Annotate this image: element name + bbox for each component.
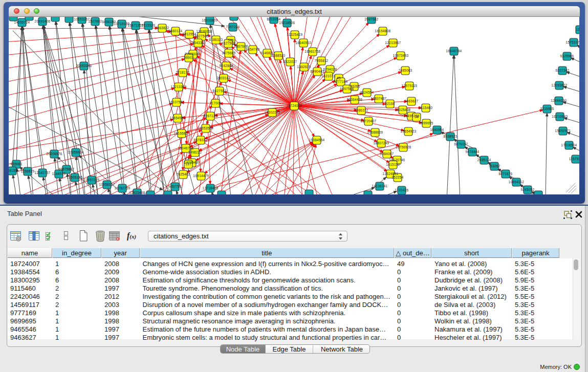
svg-text:17957225: 17957225	[84, 178, 100, 182]
svg-text:13524851: 13524851	[383, 172, 399, 176]
svg-text:18807249: 18807249	[374, 141, 389, 145]
svg-text:99975867: 99975867	[59, 167, 75, 171]
svg-text:8878332: 8878332	[194, 138, 208, 142]
svg-text:3875685: 3875685	[222, 51, 236, 55]
svg-text:19166827: 19166827	[174, 132, 190, 135]
svg-text:1527602: 1527602	[89, 19, 102, 23]
svg-text:12923468: 12923468	[129, 191, 145, 194]
svg-text:2087682: 2087682	[365, 17, 379, 21]
svg-text:12505185: 12505185	[67, 176, 83, 179]
svg-text:19756928: 19756928	[396, 145, 411, 149]
svg-text:9777169: 9777169	[334, 80, 348, 83]
svg-text:8322037: 8322037	[284, 60, 297, 63]
svg-text:12093822: 12093822	[552, 83, 568, 87]
svg-text:16961758: 16961758	[305, 50, 321, 53]
svg-text:7515526: 7515526	[142, 24, 156, 27]
svg-text:1362615: 1362615	[297, 65, 311, 69]
svg-text:3624554: 3624554	[360, 91, 374, 94]
svg-text:15046756: 15046756	[178, 146, 194, 150]
svg-text:19218506: 19218506	[279, 21, 295, 25]
svg-text:6879197: 6879197	[454, 142, 468, 146]
svg-text:04: 04	[415, 115, 419, 119]
svg-text:717006: 717006	[209, 101, 221, 105]
svg-text:9660124: 9660124	[169, 29, 183, 33]
svg-text:9474444: 9474444	[466, 150, 480, 154]
svg-text:137: 137	[185, 162, 191, 166]
svg-text:14055724: 14055724	[14, 20, 30, 24]
svg-text:12342757: 12342757	[35, 171, 51, 174]
svg-text:16107553: 16107553	[169, 100, 185, 104]
svg-text:20364436: 20364436	[347, 98, 363, 101]
svg-text:62160: 62160	[385, 102, 395, 105]
svg-text:3215955: 3215955	[540, 107, 554, 111]
svg-text:16914479: 16914479	[193, 174, 209, 178]
svg-text:16154808: 16154808	[375, 29, 391, 33]
svg-text:7955812: 7955812	[315, 59, 329, 62]
svg-text:10654112: 10654112	[509, 180, 525, 184]
svg-text:12444190: 12444190	[551, 99, 567, 102]
svg-text:16120746: 16120746	[389, 158, 405, 162]
svg-text:8454749: 8454749	[246, 48, 260, 51]
svg-text:10958107: 10958107	[99, 183, 115, 186]
svg-text:9245052: 9245052	[521, 188, 535, 191]
svg-text:16782759: 16782759	[115, 186, 130, 190]
svg-text:2718176: 2718176	[176, 71, 190, 74]
svg-text:6794028: 6794028	[323, 68, 337, 71]
svg-text:15302275: 15302275	[265, 111, 280, 114]
svg-text:22420046: 22420046	[185, 52, 201, 56]
svg-text:9242848: 9242848	[220, 64, 233, 68]
svg-text:8471676: 8471676	[499, 172, 513, 176]
svg-text:1167533: 1167533	[569, 157, 579, 161]
svg-text:9329966: 9329966	[560, 54, 574, 58]
svg-text:2803144: 2803144	[217, 76, 231, 80]
svg-text:16033809: 16033809	[202, 18, 218, 22]
svg-text:7625402: 7625402	[177, 172, 190, 176]
svg-text:20691406: 20691406	[35, 19, 51, 23]
svg-text:1621072: 1621072	[322, 74, 336, 78]
svg-text:8267130: 8267130	[204, 114, 217, 118]
svg-text:19384554: 19384554	[309, 138, 325, 142]
svg-text:9084067: 9084067	[380, 152, 394, 156]
svg-text:9115460: 9115460	[419, 106, 433, 110]
svg-text:17359924: 17359924	[68, 150, 84, 154]
svg-text:45: 45	[337, 76, 341, 80]
svg-text:20053346: 20053346	[76, 64, 92, 68]
svg-text:16648784: 16648784	[446, 49, 462, 53]
svg-text:10653267: 10653267	[74, 17, 90, 21]
svg-text:1117: 1117	[576, 28, 579, 31]
svg-text:15692971: 15692971	[555, 129, 571, 133]
svg-text:13716485: 13716485	[203, 186, 219, 190]
svg-text:7663822: 7663822	[156, 26, 169, 30]
svg-text:10973493: 10973493	[393, 54, 409, 57]
svg-text:20206576: 20206576	[47, 152, 62, 156]
svg-text:1144519: 1144519	[52, 172, 66, 176]
svg-text:9699695: 9699695	[420, 121, 433, 125]
svg-text:14136141: 14136141	[372, 184, 388, 188]
svg-text:11353594: 11353594	[198, 126, 214, 130]
svg-text:2935114: 2935114	[477, 158, 491, 162]
svg-text:11325419: 11325419	[287, 33, 303, 36]
svg-text:763262: 763262	[488, 164, 500, 168]
svg-text:18724007: 18724007	[287, 104, 302, 107]
svg-text:19654985: 19654985	[170, 116, 186, 120]
svg-text:8186323: 8186323	[209, 38, 223, 41]
svg-text:13226058: 13226058	[197, 30, 212, 33]
svg-text:435061: 435061	[10, 162, 22, 166]
svg-text:1640954: 1640954	[430, 128, 444, 132]
svg-text:98901: 98901	[184, 56, 193, 59]
svg-text:252254: 252254	[391, 176, 403, 179]
svg-text:16543362: 16543362	[190, 41, 206, 45]
svg-text:10025438: 10025438	[395, 108, 411, 112]
svg-text:8938923: 8938923	[444, 135, 458, 138]
svg-text:9463627: 9463627	[405, 99, 419, 103]
svg-text:8990443: 8990443	[311, 70, 324, 73]
svg-text:19654923: 19654923	[401, 129, 417, 133]
svg-text:16640910: 16640910	[296, 41, 312, 45]
svg-text:7357224: 7357224	[226, 25, 240, 29]
svg-text:12213967: 12213967	[385, 41, 401, 45]
svg-text:12213389: 12213389	[171, 85, 187, 89]
svg-text:6497568: 6497568	[340, 87, 354, 91]
svg-text:1615152: 1615152	[386, 163, 400, 166]
svg-text:12975115: 12975115	[402, 84, 418, 87]
svg-text:39159: 39159	[9, 169, 17, 172]
